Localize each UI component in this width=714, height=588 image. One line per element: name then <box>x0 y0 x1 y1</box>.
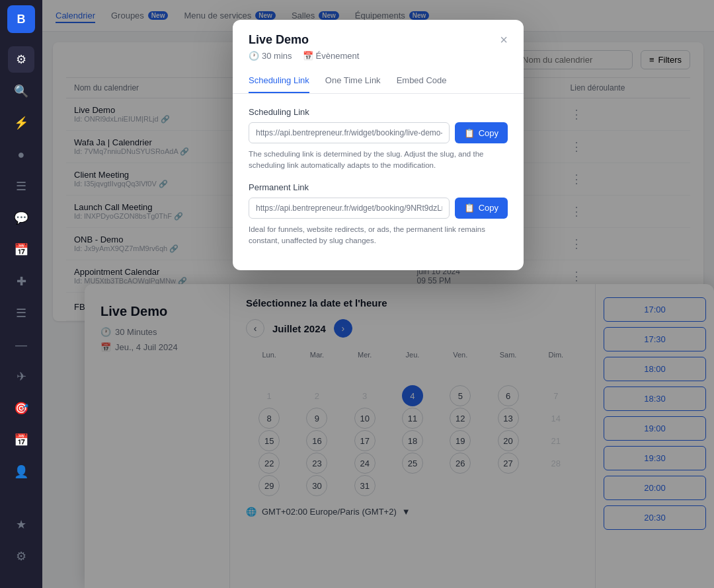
modal-body: Scheduling Link 📋 Copy The scheduling li… <box>233 94 524 270</box>
sidebar-icon-cal2[interactable]: 📅 <box>8 427 34 453</box>
permanent-hint: Ideal for funnels, website redirects, or… <box>249 224 508 247</box>
sidebar-icon-dash[interactable]: — <box>8 332 34 358</box>
clock-icon: 🕐 <box>249 51 259 61</box>
copy-icon2: 📋 <box>464 203 475 213</box>
modal-tabs: Scheduling Link One Time Link Embed Code <box>233 69 524 94</box>
sidebar: B ⚙ 🔍 ⚡ ● ☰ 💬 📅 ✚ ☰ — ✈ 🎯 📅 👤 ★ ⚙ <box>0 0 42 588</box>
sidebar-icon-search[interactable]: 🔍 <box>8 78 34 104</box>
permanent-copy-button[interactable]: 📋 Copy <box>455 198 508 219</box>
sidebar-icon-lightning[interactable]: ⚡ <box>8 110 34 136</box>
modal-header: Live Demo 🕐 30 mins 📅 Évènement × <box>233 20 524 61</box>
permanent-link-label: Permanent Link <box>249 182 508 192</box>
modal-duration: 🕐 30 mins <box>249 51 292 61</box>
sidebar-icon-settings[interactable]: ⚙ <box>8 543 34 570</box>
sidebar-icon-star[interactable]: ★ <box>8 511 34 538</box>
sidebar-icon-menu[interactable]: ☰ <box>8 300 34 326</box>
scheduling-link-input[interactable] <box>249 122 450 143</box>
calendar-icon: 📅 <box>303 51 313 61</box>
modal-close-button[interactable]: × <box>500 33 508 46</box>
sidebar-icon-plus[interactable]: ✚ <box>8 268 34 295</box>
modal-meta: 🕐 30 mins 📅 Évènement <box>249 51 359 61</box>
modal-title: Live Demo <box>249 33 359 47</box>
sidebar-icon-user[interactable]: 👤 <box>8 459 34 485</box>
sidebar-icon-calendar[interactable]: 📅 <box>8 237 34 263</box>
sidebar-icon-dot[interactable]: ● <box>8 141 34 168</box>
sidebar-icon-gear[interactable]: ⚙ <box>8 46 34 73</box>
scheduling-copy-button[interactable]: 📋 Copy <box>455 122 508 143</box>
tab-one-time-link[interactable]: One Time Link <box>325 69 381 93</box>
scheduling-modal: Live Demo 🕐 30 mins 📅 Évènement × <box>233 20 524 270</box>
scheduling-link-label: Scheduling Link <box>249 107 508 117</box>
tab-scheduling-link[interactable]: Scheduling Link <box>249 69 309 93</box>
permanent-link-input[interactable] <box>249 198 450 219</box>
modal-overlay[interactable]: Live Demo 🕐 30 mins 📅 Évènement × <box>42 0 714 588</box>
modal-event-type: 📅 Évènement <box>303 51 360 61</box>
sidebar-icon-list[interactable]: ☰ <box>8 173 34 200</box>
scheduling-link-row: 📋 Copy <box>249 122 508 143</box>
sidebar-icon-target[interactable]: 🎯 <box>8 395 34 422</box>
tab-embed-code[interactable]: Embed Code <box>397 69 447 93</box>
sidebar-icon-send[interactable]: ✈ <box>8 363 34 390</box>
permanent-link-row: 📋 Copy <box>249 198 508 219</box>
app-logo[interactable]: B <box>7 5 35 33</box>
permanent-link-section: Permanent Link 📋 Copy Ideal for funnels,… <box>249 182 508 247</box>
copy-icon: 📋 <box>464 128 475 138</box>
scheduling-hint: The scheduling link is determined by the… <box>249 149 508 172</box>
main-content: Calendrier Groupes New Menu de services … <box>42 0 714 588</box>
sidebar-icon-chat[interactable]: 💬 <box>8 205 34 231</box>
scheduling-link-section: Scheduling Link 📋 Copy The scheduling li… <box>249 107 508 172</box>
